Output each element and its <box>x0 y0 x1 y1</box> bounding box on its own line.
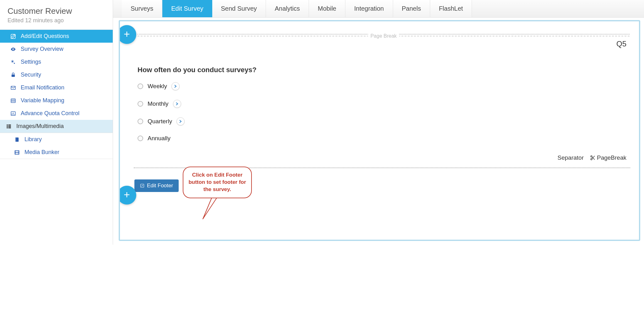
book-icon <box>13 137 21 142</box>
page-break-label: Page Break <box>368 33 399 39</box>
option-label: Monthly <box>148 100 169 107</box>
chevron-right-icon <box>176 102 179 105</box>
option-row[interactable]: Weekly <box>138 82 621 90</box>
separator-action[interactable]: Separator <box>558 154 584 161</box>
tab-panels[interactable]: Panels <box>393 0 430 17</box>
svg-rect-15 <box>8 126 11 127</box>
question-actions: Separator PageBreak <box>120 154 639 161</box>
sidebar-item-advance-quota[interactable]: Advance Quota Control <box>0 107 113 120</box>
sidebar-item-label: Library <box>24 136 42 143</box>
sidebar-nav: Add/Edit Questions Survey Overview Setti… <box>0 30 113 159</box>
option-chevron-button[interactable] <box>176 117 185 125</box>
main-area: Surveys Edit Survey Send Survey Analytic… <box>113 0 644 245</box>
survey-meta: Edited 12 minutes ago <box>8 17 105 24</box>
option-label: Weekly <box>148 83 167 90</box>
svg-rect-14 <box>7 126 8 127</box>
th-list-icon <box>5 124 13 129</box>
tab-send-survey[interactable]: Send Survey <box>212 0 266 17</box>
svg-rect-13 <box>8 125 11 125</box>
sidebar-item-label: Survey Overview <box>21 46 63 52</box>
question-text: How often do you conduct surveys? <box>138 66 621 74</box>
pencil-square-icon <box>140 184 144 188</box>
sidebar-header: Customer Review Edited 12 minutes ago <box>0 0 113 30</box>
bar-chart-icon <box>9 111 17 116</box>
envelope-icon <box>9 85 17 91</box>
film-icon <box>13 150 21 155</box>
sidebar-item-media-bunker[interactable]: Media Bunker <box>0 146 113 159</box>
tab-integration[interactable]: Integration <box>345 0 393 17</box>
sidebar-item-library[interactable]: Library <box>0 133 113 146</box>
svg-rect-18 <box>15 137 16 142</box>
sidebar-divider <box>0 159 113 159</box>
edit-footer-button[interactable]: Edit Footer <box>134 179 179 192</box>
sidebar-item-label: Email Notification <box>21 84 64 91</box>
tab-flashlet[interactable]: FlashLet <box>430 0 472 17</box>
eye-icon <box>9 46 17 52</box>
plus-icon: + <box>124 189 130 201</box>
question-block: Q5 How often do you conduct surveys? Wee… <box>120 40 639 154</box>
radio-icon[interactable] <box>138 136 143 141</box>
callout-annotation: Click on Edit Footer button to set foote… <box>183 167 252 198</box>
plus-icon: + <box>124 28 130 40</box>
top-tabs: Surveys Edit Survey Send Survey Analytic… <box>113 0 644 18</box>
canvas-outer: + + Page Break Q5 How often do you condu… <box>113 18 644 245</box>
sidebar-item-email-notification[interactable]: Email Notification <box>0 81 113 94</box>
svg-point-2 <box>14 62 15 64</box>
svg-point-23 <box>591 156 592 157</box>
sidebar-item-add-edit-questions[interactable]: Add/Edit Questions <box>0 30 113 43</box>
list-icon <box>9 98 17 104</box>
option-row[interactable]: Quarterly <box>138 117 621 125</box>
sidebar-item-label: Add/Edit Questions <box>21 33 69 40</box>
sidebar-item-survey-overview[interactable]: Survey Overview <box>0 43 113 56</box>
sidebar-item-settings[interactable]: Settings <box>0 56 113 68</box>
tab-surveys[interactable]: Surveys <box>122 0 162 17</box>
tab-edit-survey[interactable]: Edit Survey <box>162 0 212 17</box>
lock-icon <box>9 72 17 78</box>
radio-icon[interactable] <box>138 119 143 124</box>
tab-analytics[interactable]: Analytics <box>266 0 309 17</box>
edit-icon <box>9 34 17 39</box>
option-row[interactable]: Monthly <box>138 100 621 108</box>
option-row[interactable]: Annually <box>138 135 621 142</box>
canvas: + + Page Break Q5 How often do you condu… <box>119 20 640 241</box>
scissors-icon <box>590 155 596 161</box>
edit-footer-label: Edit Footer <box>147 183 173 189</box>
option-label: Annually <box>148 135 170 142</box>
pagebreak-label: PageBreak <box>597 154 626 161</box>
callout-text: Click on Edit Footer button to set foote… <box>188 172 246 192</box>
pagebreak-action[interactable]: PageBreak <box>590 154 626 161</box>
option-chevron-button[interactable] <box>171 82 180 90</box>
sidebar-item-label: Media Bunker <box>24 149 59 156</box>
page-break-marker: Page Break <box>133 34 630 36</box>
sidebar-item-label: Advance Quota Control <box>21 110 79 117</box>
survey-title: Customer Review <box>8 6 105 16</box>
app-container: Customer Review Edited 12 minutes ago Ad… <box>0 0 644 245</box>
radio-icon[interactable] <box>138 83 143 89</box>
question-number: Q5 <box>616 40 626 48</box>
sidebar-item-variable-mapping[interactable]: Variable Mapping <box>0 94 113 107</box>
sidebar-item-label: Security <box>21 72 41 78</box>
option-label: Quarterly <box>148 118 172 125</box>
sidebar-item-security[interactable]: Security <box>0 68 113 81</box>
tab-mobile[interactable]: Mobile <box>309 0 345 17</box>
svg-point-1 <box>12 61 14 62</box>
sidebar-item-label: Images/Multimedia <box>16 123 64 130</box>
chevron-right-icon <box>174 85 177 88</box>
svg-rect-5 <box>11 99 15 103</box>
svg-rect-17 <box>8 127 11 128</box>
svg-point-24 <box>591 158 592 160</box>
gears-icon <box>9 59 17 65</box>
add-question-button-bottom[interactable]: + <box>119 186 136 205</box>
sidebar-item-images-multimedia[interactable]: Images/Multimedia <box>0 120 113 133</box>
option-chevron-button[interactable] <box>173 100 181 108</box>
sidebar: Customer Review Edited 12 minutes ago Ad… <box>0 0 113 245</box>
svg-rect-12 <box>7 125 8 125</box>
radio-icon[interactable] <box>138 101 143 107</box>
svg-rect-3 <box>12 74 15 77</box>
page-break-dashed-line: Page Break <box>138 36 630 36</box>
separator-label: Separator <box>558 154 584 161</box>
sidebar-item-label: Settings <box>21 59 41 65</box>
chevron-right-icon <box>179 120 182 123</box>
svg-rect-16 <box>7 127 8 128</box>
sidebar-item-label: Variable Mapping <box>21 97 64 104</box>
